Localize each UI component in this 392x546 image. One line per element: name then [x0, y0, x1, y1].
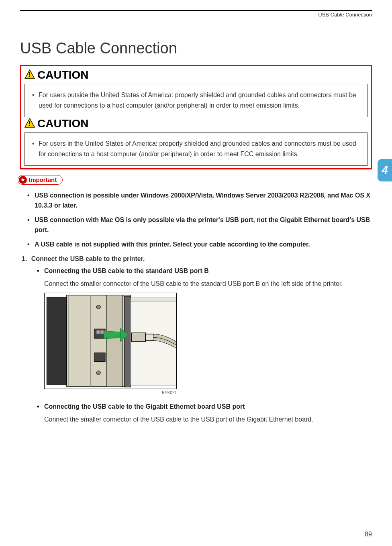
page-number: 89 — [365, 531, 372, 538]
caution-heading-2: ! CAUTION — [24, 117, 368, 130]
caution-body-2: For users in the United States of Americ… — [24, 132, 368, 166]
important-item: USB connection is possible under Windows… — [35, 190, 372, 211]
sub-heading-2: Connecting the USB cable to the Gigabit … — [44, 403, 372, 410]
sub-desc-2: Connect the smaller connector of the USB… — [44, 414, 372, 425]
running-title: USB Cable Connection — [318, 12, 372, 18]
sub-item-1: Connecting the USB cable to the standard… — [44, 267, 372, 395]
svg-rect-10 — [125, 296, 131, 387]
star-icon: ★ — [19, 176, 27, 184]
chapter-tab: 4 — [378, 159, 392, 181]
figure-usb-port-b — [44, 293, 177, 389]
important-list: USB connection is possible under Windows… — [20, 190, 372, 250]
svg-marker-19 — [104, 331, 120, 339]
important-item: A USB cable is not supplied with this pr… — [35, 239, 372, 250]
svg-rect-5 — [47, 297, 67, 385]
svg-text:!: ! — [29, 71, 31, 78]
page-title: USB Cable Connection — [20, 40, 372, 57]
caution-body-1: For users outside the United States of A… — [24, 84, 368, 117]
svg-rect-18 — [94, 353, 105, 362]
svg-rect-22 — [145, 334, 153, 340]
caution-item-1: For users outside the United States of A… — [39, 90, 361, 111]
caution-label-2: CAUTION — [37, 117, 89, 130]
svg-text:!: ! — [29, 120, 31, 127]
svg-rect-11 — [131, 298, 176, 302]
important-label: Important — [29, 176, 57, 183]
step-text: Connect the USB cable to the printer. — [31, 255, 145, 262]
printer-illustration-icon — [45, 293, 176, 389]
important-badge: ★ Important — [18, 175, 63, 185]
svg-rect-16 — [96, 330, 100, 334]
figure-caption: BYK071 — [44, 391, 177, 395]
svg-point-14 — [96, 371, 100, 375]
svg-rect-9 — [106, 295, 122, 387]
sub-heading-1: Connecting the USB cable to the standard… — [44, 267, 372, 275]
important-item: USB connection with Mac OS is only possi… — [35, 215, 372, 235]
svg-point-13 — [96, 305, 100, 309]
chapter-number: 4 — [382, 164, 388, 177]
caution-item-2: For users in the United States of Americ… — [39, 139, 361, 160]
page-header: USB Cable Connection — [20, 10, 372, 18]
warning-triangle-icon: ! — [24, 69, 35, 81]
caution-label-1: CAUTION — [37, 69, 89, 81]
warning-triangle-icon: ! — [24, 118, 35, 129]
step-number: 1. — [22, 255, 27, 263]
svg-rect-17 — [100, 330, 104, 334]
caution-container: ! CAUTION For users outside the United S… — [20, 65, 372, 169]
step-sub-list: Connecting the USB cable to the standard… — [20, 267, 372, 425]
sub-item-2: Connecting the USB cable to the Gigabit … — [44, 403, 372, 425]
sub-desc-1: Connect the smaller connector of the USB… — [44, 279, 372, 289]
caution-heading-1: ! CAUTION — [24, 69, 368, 81]
svg-rect-21 — [132, 333, 146, 342]
step-1: 1. Connect the USB cable to the printer. — [20, 255, 372, 263]
